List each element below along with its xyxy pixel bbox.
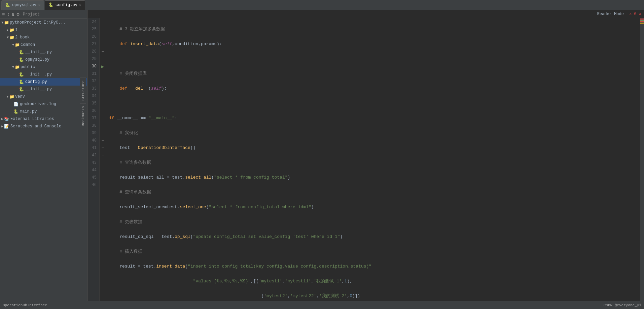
- tree-label: __init__.py: [25, 87, 52, 92]
- gutter-45: [100, 174, 106, 181]
- folder-icon: 📁: [15, 42, 20, 48]
- folder-icon: 📁: [9, 28, 14, 33]
- gutter-38: [100, 122, 106, 129]
- ln-29: 29: [90, 55, 97, 63]
- code-line-40: result = test.insert_data("insert into c…: [109, 263, 637, 270]
- code-line-29: [109, 100, 637, 107]
- arrow-icon: ▼: [12, 43, 14, 47]
- tab-opmysql[interactable]: 🐍 opmysql.py ✕: [1, 0, 44, 10]
- ln-45: 45: [90, 174, 97, 181]
- code-container[interactable]: 24 25 26 27 28 29 30 31 32 33 34 35 36 3…: [87, 18, 644, 301]
- code-line-28: def __del__(self):_: [109, 85, 637, 92]
- code-line-32: test = OperationDbInterface(): [109, 144, 637, 152]
- line-numbers: 24 25 26 27 28 29 30 31 32 33 34 35 36 3…: [87, 18, 100, 301]
- tree-item-init2[interactable]: 🐍 __init__.py: [0, 71, 87, 78]
- tree-item-geckodriver[interactable]: 📄 geckodriver.log: [0, 100, 87, 108]
- ln-36: 36: [90, 107, 97, 115]
- py-icon: 🐍: [48, 2, 53, 7]
- tree-item-opmysql[interactable]: 🐍 opmysql.py: [0, 56, 87, 63]
- folder-icon: 📁: [9, 35, 14, 40]
- code-lines[interactable]: # 3.独立添加多条数据 def insert_data(self,condit…: [106, 18, 640, 301]
- tree-item-common[interactable]: ▼ 📁 common: [0, 41, 87, 49]
- ln-41: 41: [90, 144, 97, 152]
- tree-label: geckodriver.log: [20, 102, 56, 106]
- tab-bar: 🐍 opmysql.py ✕ 🐍 config.py ✕: [0, 0, 644, 10]
- editor-area: Reader Mode ⚠ 6 ∧ 24 25 26 27 28 29 30 3…: [87, 10, 644, 301]
- code-line-35: # 查询单条数据: [109, 189, 637, 196]
- gutter-40: —: [100, 137, 106, 144]
- tree-item-scratches[interactable]: ▶ 📝 Scratches and Console: [0, 123, 87, 130]
- gutter-30: ▶: [100, 63, 106, 70]
- ln-39: 39: [90, 129, 97, 137]
- editor-header: Reader Mode ⚠ 6 ∧: [87, 10, 644, 18]
- tree-label: __init__.py: [25, 50, 52, 55]
- arrow-icon: ▼: [12, 65, 14, 69]
- tree-item-main[interactable]: 🐍 main.py: [0, 108, 87, 115]
- tree-item-init1[interactable]: 🐍 __init__.py: [0, 49, 87, 56]
- ln-33: 33: [90, 85, 97, 92]
- tree-label: common: [21, 42, 35, 47]
- status-left: OperationDbInterface: [3, 303, 47, 307]
- tree-label: 2_book: [15, 35, 30, 40]
- code-line-37: # 更改数据: [109, 218, 637, 226]
- code-line-26: [109, 55, 637, 63]
- gutter-26: [100, 33, 106, 40]
- tab-label: config.py: [56, 3, 77, 7]
- gutter-35: [100, 100, 106, 107]
- gutter-44: [100, 166, 106, 174]
- gutter-34: [100, 92, 106, 100]
- sort2-icon[interactable]: ⇅: [12, 11, 14, 17]
- structure-tab[interactable]: Structure: [80, 78, 86, 103]
- ln-24: 24: [90, 18, 97, 26]
- tree-item-pythonProject[interactable]: ▼ 📁 pythonProject E:\PyC...: [0, 19, 87, 26]
- tab-config[interactable]: 🐍 config.py ✕: [45, 0, 85, 10]
- gutter-32: [100, 78, 106, 85]
- code-line-34: result_select_all = test.select_all("sel…: [109, 174, 637, 181]
- ln-34: 34: [90, 92, 97, 100]
- gutter-25: [100, 26, 106, 33]
- bookmarks-tab[interactable]: Bookmarks: [80, 103, 86, 129]
- settings-icon[interactable]: ⚙: [16, 11, 19, 17]
- gutter-39: [100, 129, 106, 137]
- sidebar-toolbar: ≡ ↕ ⇅ ⚙ Project: [0, 10, 87, 19]
- rgutter-error2: [640, 21, 644, 22]
- tree-item-config[interactable]: 🐍 config.py: [0, 78, 87, 86]
- gutter-33: [100, 85, 106, 92]
- gutter-46: [100, 181, 106, 189]
- py-icon: 🐍: [5, 3, 10, 8]
- collapse-icon[interactable]: ≡: [2, 12, 5, 17]
- tree-label: External Libraries: [10, 117, 54, 121]
- gutter-31: [100, 70, 106, 78]
- reader-mode-button[interactable]: Reader Mode: [597, 12, 624, 17]
- code-line-41: "values (%s,%s,%s,%S)",[('mytest1','myte…: [109, 278, 637, 285]
- tree-item-venv[interactable]: ▶ 📁 venv: [0, 93, 87, 100]
- py-file-icon: 🐍: [13, 109, 19, 114]
- ln-46: 46: [90, 181, 97, 189]
- tree-item-2book[interactable]: ▼ 📁 2_book: [0, 34, 87, 41]
- gutter-43: [100, 159, 106, 166]
- tree-item-1[interactable]: ▶ 📁 1: [0, 26, 87, 34]
- ln-35: 35: [90, 100, 97, 107]
- tab-close-config[interactable]: ✕: [79, 3, 81, 7]
- tree-label: opmysql.py: [25, 57, 49, 62]
- rgutter-warn: [640, 23, 644, 24]
- tree-item-external[interactable]: ▶ 📚 External Libraries: [0, 115, 87, 123]
- file-tree: ▼ 📁 pythonProject E:\PyC... ▶ 📁 1 ▼ 📁 2_…: [0, 19, 87, 130]
- error-badge[interactable]: ⚠ 6 ∧: [629, 11, 641, 17]
- code-line-38: result_op_sql = test.op_sql("update conf…: [109, 233, 637, 241]
- gutter-36: [100, 107, 106, 115]
- ln-37: 37: [90, 115, 97, 122]
- folder-icon: 📁: [15, 65, 20, 70]
- ln-27: 27: [90, 40, 97, 48]
- gutter-37: [100, 115, 106, 122]
- tab-label: opmysql.py: [12, 3, 36, 7]
- gutter-24: [100, 18, 106, 26]
- tab-close-opmysql[interactable]: ✕: [38, 3, 40, 7]
- code-line-27: # 关闭数据库: [109, 70, 637, 78]
- ln-31: 31: [90, 70, 97, 78]
- ln-38: 38: [90, 122, 97, 129]
- tree-item-public[interactable]: ▼ 📁 public: [0, 63, 87, 71]
- log-file-icon: 📄: [13, 102, 19, 107]
- sort-icon[interactable]: ↕: [7, 12, 9, 17]
- tree-item-init3[interactable]: 🐍 __init__.py: [0, 86, 87, 93]
